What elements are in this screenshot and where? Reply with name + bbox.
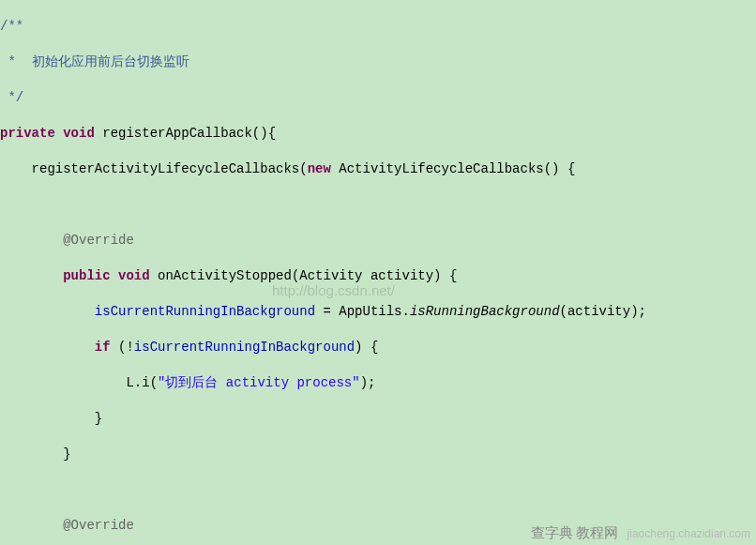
footer-url: jiaocheng.chazidian.com [627,527,750,540]
javadoc-line: * 初始化应用前后台切换监听 [0,54,189,69]
log: L.i( [126,375,158,390]
assign-end: (activity); [560,304,646,319]
class-ref: ActivityLifecycleCallbacks() { [331,161,575,176]
kw-void: void [118,268,150,283]
field-ref: isCurrentRunningInBackground [134,340,355,355]
footer-label: 教程网 [576,524,618,540]
annotation: @Override [63,518,134,533]
if-cond: (! [111,340,134,355]
footer-cn: 查字典 [531,524,573,540]
kw-if: if [95,340,111,355]
footer-watermark: 查字典 教程网 jiaocheng.chazidian.com [531,523,750,543]
log-end: ); [360,375,376,390]
javadoc-line: */ [0,90,23,105]
kw-public: public [63,268,110,283]
method-sig: onActivityStopped(Activity activity) { [150,268,458,283]
brace: } [95,411,102,426]
javadoc-line: /** [0,19,23,34]
if-close: ) { [355,340,378,355]
method-name: registerAppCallback(){ [102,126,276,141]
string-literal: "切到后台 activity process" [158,375,360,390]
kw-new: new [308,161,331,176]
kw-void: void [63,126,95,141]
static-call: isRunningBackground [410,304,560,319]
assign: = AppUtils. [315,304,410,319]
code-block: /** * 初始化应用前后台切换监听 */ private void regis… [0,0,756,545]
annotation: @Override [63,233,134,248]
brace: } [63,447,70,462]
field-ref: isCurrentRunningInBackground [95,304,315,319]
kw-private: private [0,126,55,141]
call: registerActivityLifecycleCallbacks( [0,161,308,176]
